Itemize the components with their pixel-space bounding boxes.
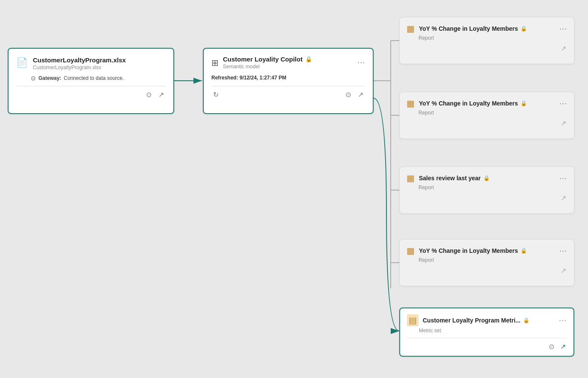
report-2-type: Report	[418, 110, 567, 116]
report-card-2: ▦ YoY % Change in Loyalty Members 🔒 ··· …	[399, 92, 574, 139]
report-1-title: YoY % Change in Loyalty Members 🔒	[419, 25, 555, 32]
model-card-title: Customer Loyality Copilot 🔒	[223, 56, 353, 63]
report-3-type: Report	[418, 185, 567, 190]
report-4-type: Report	[418, 257, 567, 263]
source-link-button[interactable]: ↗	[158, 90, 165, 100]
report-4-bar-icon: ▦	[407, 246, 415, 256]
report-2-lock-icon: 🔒	[521, 100, 527, 106]
model-refresh-button[interactable]: ↻	[212, 90, 219, 100]
source-card-title: CustomerLoyaltyProgram.xlsx	[33, 56, 126, 64]
metric-schedule-button[interactable]: ⊙	[548, 342, 555, 352]
model-icon: ⊞	[211, 58, 219, 68]
report-2-title: YoY % Change in Loyalty Members 🔒	[419, 100, 555, 107]
report-1-more-button[interactable]: ···	[559, 24, 567, 33]
source-card-header: 📄 CustomerLoyaltyProgram.xlsx CustomerLo…	[16, 56, 166, 70]
model-refreshed: Refreshed: 9/12/24, 1:27:47 PM	[211, 75, 365, 81]
metric-card-type: Metric set	[419, 328, 567, 334]
canvas: 📄 CustomerLoyaltyProgram.xlsx CustomerLo…	[0, 0, 588, 378]
metric-link-button[interactable]: ↗	[559, 342, 567, 352]
metric-card-header: ▤ Customer Loyalty Program Metri... 🔒 ··…	[407, 314, 567, 326]
metric-icon: ▤	[407, 314, 418, 326]
report-4-title: YoY % Change in Loyalty Members 🔒	[419, 247, 555, 254]
report-card-3: ▦ Sales review last year 🔒 ··· Report ↗	[399, 167, 574, 214]
report-2-footer: ↗	[407, 118, 567, 128]
model-header-text: Customer Loyality Copilot 🔒 Semantic mod…	[223, 56, 353, 70]
gateway-row: ⊙ Gateway: Connected to data source.	[31, 75, 166, 82]
source-schedule-button[interactable]: ⊙	[145, 90, 152, 100]
report-1-lock-icon: 🔒	[521, 26, 527, 32]
report-1-type: Report	[418, 35, 567, 41]
report-2-more-button[interactable]: ···	[559, 99, 567, 108]
report-1-footer: ↗	[407, 44, 567, 53]
report-3-link-button[interactable]: ↗	[560, 193, 567, 203]
source-card: 📄 CustomerLoyaltyProgram.xlsx CustomerLo…	[8, 48, 174, 114]
source-card-footer: ⊙ ↗	[16, 90, 166, 100]
metric-card: ▤ Customer Loyalty Program Metri... 🔒 ··…	[399, 308, 574, 357]
report-1-link-button[interactable]: ↗	[560, 44, 567, 53]
metric-card-footer: ⊙ ↗	[407, 342, 567, 352]
metric-more-button[interactable]: ···	[559, 316, 567, 325]
gateway-value: Connected to data source.	[64, 75, 124, 81]
model-more-button[interactable]: ···	[357, 58, 365, 67]
gateway-label: Gateway:	[38, 75, 61, 81]
report-4-lock-icon: 🔒	[521, 248, 527, 254]
report-3-bar-icon: ▦	[407, 173, 415, 183]
report-card-4-header: ▦ YoY % Change in Loyalty Members 🔒 ···	[407, 246, 567, 256]
report-card-1-header: ▦ YoY % Change in Loyalty Members 🔒 ···	[407, 23, 567, 34]
source-card-text: CustomerLoyaltyProgram.xlsx CustomerLoya…	[33, 56, 126, 70]
report-3-more-button[interactable]: ···	[559, 174, 567, 183]
report-2-bar-icon: ▦	[407, 98, 415, 108]
model-card: ⊞ Customer Loyality Copilot 🔒 Semantic m…	[203, 48, 374, 114]
model-card-header: ⊞ Customer Loyality Copilot 🔒 Semantic m…	[211, 56, 365, 70]
report-1-bar-icon: ▦	[407, 23, 415, 34]
report-card-4: ▦ YoY % Change in Loyalty Members 🔒 ··· …	[399, 239, 574, 286]
report-3-footer: ↗	[407, 193, 567, 203]
report-card-2-header: ▦ YoY % Change in Loyalty Members 🔒 ···	[407, 98, 567, 108]
report-3-lock-icon: 🔒	[483, 175, 490, 181]
gateway-icon: ⊙	[31, 75, 36, 82]
report-2-link-button[interactable]: ↗	[560, 118, 567, 128]
report-card-3-header: ▦ Sales review last year 🔒 ···	[407, 173, 567, 183]
model-schedule-button[interactable]: ⊙	[345, 90, 352, 100]
report-4-link-button[interactable]: ↗	[560, 266, 567, 275]
model-link-button[interactable]: ↗	[357, 90, 364, 100]
model-card-type: Semantic model	[223, 64, 353, 70]
report-4-more-button[interactable]: ···	[559, 246, 567, 255]
model-lock-icon: 🔒	[305, 56, 312, 62]
metric-lock-icon: 🔒	[523, 317, 529, 323]
model-card-footer: ↻ ⊙ ↗	[211, 90, 365, 100]
file-icon: 📄	[16, 57, 28, 68]
metric-card-title: Customer Loyalty Program Metri... 🔒	[423, 317, 555, 324]
report-3-title: Sales review last year 🔒	[419, 175, 555, 182]
report-card-1: ▦ YoY % Change in Loyalty Members 🔒 ··· …	[399, 17, 574, 64]
source-card-subtitle: CustomerLoyaltyProgram.xlsx	[33, 64, 126, 70]
report-4-footer: ↗	[407, 266, 567, 275]
